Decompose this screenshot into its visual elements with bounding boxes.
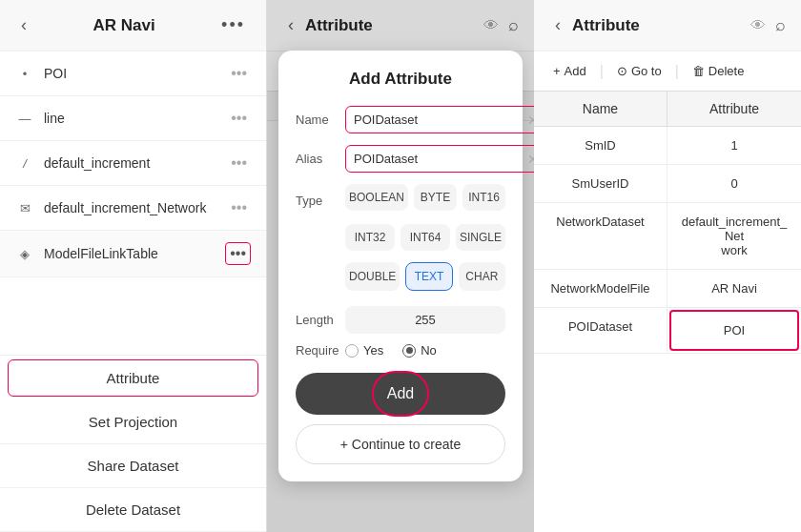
length-row: Length 255 <box>296 306 505 334</box>
type-int16[interactable]: INT16 <box>462 184 505 211</box>
right-panel-title: Attribute <box>572 16 640 35</box>
right-delete-button[interactable]: 🗑 Delete <box>683 59 754 83</box>
add-btn-highlight <box>372 371 429 417</box>
modal-add-button[interactable]: Add <box>296 373 505 415</box>
right-header-actions: 👁 ⌕ <box>750 15 786 35</box>
alias-row: Alias ✕ <box>296 145 505 173</box>
network-icon: ✉ <box>15 198 34 217</box>
right-add-label: Add <box>565 64 586 78</box>
type-byte[interactable]: BYTE <box>414 184 457 211</box>
left-more-button[interactable]: ••• <box>216 13 251 37</box>
nav-item-network[interactable]: ✉ default_increment_Network ••• <box>0 186 266 231</box>
table-row: SmUserID 0 <box>534 165 801 203</box>
type-grid-row2: INT32 INT64 SINGLE <box>345 224 505 251</box>
type-single[interactable]: SINGLE <box>456 224 505 251</box>
nav-item-line[interactable]: — line ••• <box>0 96 266 141</box>
attr-value-networkmodelfile: AR Navi <box>668 270 801 307</box>
right-back-button[interactable]: ‹ <box>549 13 566 37</box>
poi-more-icon[interactable]: ••• <box>227 63 251 84</box>
right-goto-label: Go to <box>631 64 662 78</box>
line-more-icon[interactable]: ••• <box>227 108 251 129</box>
type-grid-row1: BOOLEAN BYTE INT16 <box>345 184 505 211</box>
network-more-icon[interactable]: ••• <box>227 197 251 218</box>
type-double[interactable]: DOUBLE <box>345 262 400 291</box>
nav-item-default-increment[interactable]: / default_increment ••• <box>0 141 266 186</box>
attr-name-networkmodelfile: NetworkModelFile <box>534 270 668 307</box>
length-value: 255 <box>345 306 505 334</box>
right-header: ‹ Attribute 👁 ⌕ <box>534 0 801 51</box>
attr-table-header: Name Attribute <box>534 92 801 127</box>
radio-group: Yes No <box>345 343 437 358</box>
modal-overlay: Add Attribute Name ✕ Alias ✕ <box>267 0 534 532</box>
left-back-button[interactable]: ‹ <box>15 13 32 37</box>
right-trash-icon: 🗑 <box>692 64 705 78</box>
poi-icon: • <box>15 64 34 83</box>
left-back-icon: ‹ <box>21 15 27 35</box>
nav-item-label-increment: default_increment <box>44 155 227 171</box>
add-attribute-modal: Add Attribute Name ✕ Alias ✕ <box>278 51 523 481</box>
type-char[interactable]: CHAR <box>459 262 505 291</box>
table-row: NetworkModelFile AR Navi <box>534 270 801 308</box>
type-int64[interactable]: INT64 <box>400 224 450 251</box>
type-row2-wrap: INT32 INT64 SINGLE <box>296 224 505 256</box>
nav-item-model[interactable]: ◈ ModelFileLinkTable ••• <box>0 231 266 277</box>
right-panel: ‹ Attribute 👁 ⌕ + Add | ⊙ Go to | 🗑 Dele… <box>534 0 801 532</box>
name-input[interactable] <box>346 107 522 133</box>
type-int32[interactable]: INT32 <box>345 224 395 251</box>
require-yes-radio[interactable] <box>345 344 359 358</box>
nav-item-poi[interactable]: • POI ••• <box>0 51 266 96</box>
radio-dot <box>406 347 413 354</box>
type-row3-wrap: DOUBLE TEXT CHAR <box>296 262 505 297</box>
type-text[interactable]: TEXT <box>405 262 452 291</box>
nav-item-label-poi: POI <box>44 66 227 81</box>
right-goto-button[interactable]: ⊙ Go to <box>607 59 671 83</box>
model-more-icon[interactable]: ••• <box>225 242 251 265</box>
require-no-option[interactable]: No <box>402 343 437 358</box>
menu-delete-dataset[interactable]: Delete Dataset <box>0 488 266 532</box>
attr-name-smuserid: SmUserID <box>534 165 668 202</box>
right-search-icon[interactable]: ⌕ <box>775 15 786 35</box>
type-label: Type <box>296 194 345 208</box>
continue-label: + Continue to create <box>340 437 461 452</box>
require-label: Require <box>296 343 345 358</box>
right-delete-label: Delete <box>709 64 745 78</box>
name-clear-icon[interactable]: ✕ <box>522 109 534 132</box>
name-row: Name ✕ <box>296 106 505 133</box>
menu-share-dataset[interactable]: Share Dataset <box>0 444 266 488</box>
right-eye-icon[interactable]: 👁 <box>750 17 766 34</box>
alias-input-wrap: ✕ <box>345 145 534 173</box>
left-panel: ‹ AR Navi ••• • POI ••• — line ••• / def… <box>0 0 267 532</box>
attr-name-poidataset: POIDataset <box>534 308 668 353</box>
nav-item-label-model: ModelFileLinkTable <box>44 246 225 261</box>
menu-attribute[interactable]: Attribute <box>8 359 258 397</box>
attr-name-networkdataset: NetworkDataset <box>534 203 668 269</box>
attr-value-networkdataset: default_increment_Net work <box>668 203 801 269</box>
attribute-table: Name Attribute SmID 1 SmUserID 0 Network… <box>534 92 801 532</box>
bottom-menu: Attribute Set Projection Share Dataset D… <box>0 355 266 532</box>
name-input-wrap: ✕ <box>345 106 534 133</box>
nav-list: • POI ••• — line ••• / default_increment… <box>0 51 266 355</box>
alias-input[interactable] <box>346 146 522 172</box>
right-location-icon: ⊙ <box>617 64 627 78</box>
increment-more-icon[interactable]: ••• <box>227 153 251 174</box>
nav-item-label-network: default_increment_Network <box>44 200 227 215</box>
require-no-label: No <box>421 343 437 358</box>
type-boolean[interactable]: BOOLEAN <box>345 184 408 211</box>
alias-label: Alias <box>296 152 345 166</box>
nav-item-label-line: line <box>44 111 227 126</box>
left-panel-title: AR Navi <box>92 16 154 35</box>
alias-clear-icon[interactable]: ✕ <box>522 148 534 171</box>
right-back-group: ‹ Attribute <box>549 13 640 37</box>
attr-name-header: Name <box>534 92 668 126</box>
continue-create-button[interactable]: + Continue to create <box>296 424 505 464</box>
require-no-radio[interactable] <box>402 344 416 358</box>
require-yes-option[interactable]: Yes <box>345 343 383 358</box>
type-section: Type BOOLEAN BYTE INT16 INT32 INT64 SING… <box>296 184 505 297</box>
type-grid-row3: DOUBLE TEXT CHAR <box>345 262 505 291</box>
dots-icon: ••• <box>221 15 245 35</box>
name-label: Name <box>296 113 345 127</box>
attr-value-header: Attribute <box>668 92 801 126</box>
right-add-button[interactable]: + Add <box>544 59 596 83</box>
menu-set-projection[interactable]: Set Projection <box>0 400 266 444</box>
table-row: SmID 1 <box>534 127 801 165</box>
